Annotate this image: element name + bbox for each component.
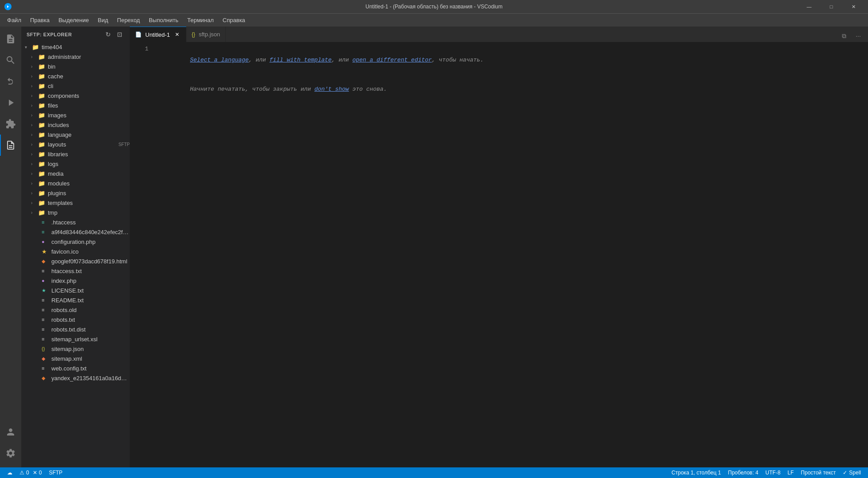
folder-icon: 📁	[38, 141, 46, 148]
editor-content[interactable]: 1 Select a language, или fill with templ…	[130, 42, 868, 467]
list-item[interactable]: › 📁 media	[21, 169, 130, 178]
refresh-button[interactable]: ↻	[103, 30, 113, 39]
list-item[interactable]: › 📁 files	[21, 100, 130, 110]
menu-edit[interactable]: Правка	[27, 15, 53, 25]
chevron-right-icon: ›	[31, 171, 38, 176]
tree-root-folder[interactable]: ▾ 📁 time404	[21, 42, 130, 52]
file-label: googlef0f073dacd678f19.html	[51, 258, 130, 265]
list-item[interactable]: › 📁 language	[21, 130, 130, 139]
extensions-activity-icon[interactable]	[0, 113, 21, 135]
no-arrow: ›	[35, 376, 42, 381]
list-item[interactable]: › ≡ robots.old	[21, 305, 130, 315]
tab-sftp-json[interactable]: {} sftp.json	[186, 27, 226, 42]
collapse-button[interactable]: ⊡	[115, 30, 124, 39]
list-item[interactable]: › ≡ web.config.txt	[21, 363, 130, 373]
list-item[interactable]: › 📁 bin	[21, 62, 130, 71]
chevron-down-icon: ▾	[25, 45, 32, 50]
menu-go[interactable]: Переход	[113, 15, 143, 25]
list-item[interactable]: › 📁 images	[21, 110, 130, 120]
folder-label: includes	[48, 122, 130, 128]
menu-run[interactable]: Выполнить	[145, 15, 182, 25]
file-label: sitemap.json	[51, 346, 130, 352]
menu-file[interactable]: Файл	[4, 15, 25, 25]
run-activity-icon[interactable]	[0, 92, 21, 113]
list-item[interactable]: › 📁 administrator	[21, 52, 130, 62]
spaces-status[interactable]: Пробелов: 4	[725, 467, 762, 478]
file-icon: ◆	[42, 375, 50, 381]
list-item[interactable]: › ◆ googlef0f073dacd678f19.html	[21, 256, 130, 266]
tab-untitled[interactable]: 📄 Untitled-1 ✕	[130, 27, 186, 42]
or-text-2: , или	[332, 57, 353, 63]
list-item[interactable]: › 📁 components	[21, 91, 130, 100]
maximize-button[interactable]: □	[821, 0, 841, 13]
settings-activity-icon[interactable]	[0, 443, 21, 464]
file-icon: ≡	[42, 229, 50, 235]
list-item[interactable]: › ◆ yandex_e21354161a0a16d7.html	[21, 373, 130, 383]
list-item[interactable]: › 📁 plugins	[21, 188, 130, 198]
file-icon: ◆	[42, 258, 50, 264]
list-item[interactable]: › ★ favicon.ico	[21, 247, 130, 256]
list-item[interactable]: › ≡ sitemap_urlset.xsl	[21, 334, 130, 344]
sftp-status[interactable]: SFTP	[45, 467, 66, 478]
no-arrow: ›	[35, 327, 42, 332]
list-item[interactable]: › 📁 cli	[21, 81, 130, 91]
cursor-position[interactable]: Строка 1, столбец 1	[668, 467, 724, 478]
list-item[interactable]: › ★ LICENSE.txt	[21, 285, 130, 295]
warnings-status[interactable]: ⚠ 0 ✕ 0	[16, 467, 45, 478]
list-item[interactable]: › 📁 logs	[21, 159, 130, 169]
menu-help[interactable]: Справка	[219, 15, 249, 25]
source-control-activity-icon[interactable]	[0, 71, 21, 92]
sidebar-title: SFTP: EXPLORER	[27, 32, 72, 37]
list-item[interactable]: › 📁 layouts SFTP	[21, 139, 130, 149]
list-item[interactable]: › ≡ .htaccess	[21, 217, 130, 227]
main-layout: SFTP: EXPLORER ↻ ⊡ ▾ 📁 time404 › 📁 admin…	[0, 27, 868, 467]
status-bar: ☁ ⚠ 0 ✕ 0 SFTP Строка 1, столбец 1 Пробе…	[0, 467, 868, 478]
language-mode-status[interactable]: Простой текст	[797, 467, 839, 478]
folder-icon: 📁	[38, 151, 46, 158]
or-text-1: , или	[249, 57, 270, 63]
search-activity-icon[interactable]	[0, 50, 21, 71]
list-item[interactable]: › ● configuration.php	[21, 237, 130, 247]
close-button[interactable]: ✕	[843, 0, 864, 13]
file-label: favicon.ico	[51, 248, 130, 255]
file-label: robots.txt	[51, 316, 130, 323]
list-item[interactable]: › ≡ a9f4d83446c840e242efec2f17ea...	[21, 227, 130, 237]
no-arrow: ›	[35, 269, 42, 274]
list-item[interactable]: › 📁 templates	[21, 198, 130, 208]
menu-view[interactable]: Вид	[94, 15, 112, 25]
json-tab-icon: {}	[192, 31, 195, 38]
menu-selection[interactable]: Выделение	[55, 15, 93, 25]
chevron-right-icon: ›	[31, 123, 38, 127]
list-item[interactable]: › 📁 modules	[21, 178, 130, 188]
list-item[interactable]: › ≡ robots.txt.dist	[21, 324, 130, 334]
list-item[interactable]: › ≡ htaccess.txt	[21, 266, 130, 276]
editor-area: 📄 Untitled-1 ✕ {} sftp.json ⧉ ··· 1 Sele…	[130, 27, 868, 467]
sftp-activity-icon[interactable]	[0, 135, 21, 156]
folder-icon: 📁	[38, 73, 46, 80]
minimize-button[interactable]: —	[799, 0, 819, 13]
menu-terminal[interactable]: Терминал	[184, 15, 217, 25]
eol-status[interactable]: LF	[784, 467, 797, 478]
explorer-activity-icon[interactable]	[0, 28, 21, 50]
folder-icon: 📁	[38, 200, 46, 206]
remote-status[interactable]: ☁	[4, 467, 16, 478]
list-item[interactable]: › 📁 libraries	[21, 149, 130, 159]
list-item[interactable]: › ≡ README.txt	[21, 295, 130, 305]
list-item[interactable]: › 📁 includes	[21, 120, 130, 130]
list-item[interactable]: › ● index.php	[21, 276, 130, 285]
list-item[interactable]: › 📁 cache	[21, 71, 130, 81]
spell-label: Spell	[849, 470, 861, 476]
list-item[interactable]: › {} sitemap.json	[21, 344, 130, 354]
list-item[interactable]: › ≡ robots.txt	[21, 315, 130, 324]
file-icon: ★	[42, 288, 50, 293]
split-editor-button[interactable]: ⧉	[838, 30, 850, 42]
editor-text-area[interactable]: Select a language, или fill with templat…	[152, 42, 868, 467]
more-actions-button[interactable]: ···	[852, 30, 864, 42]
list-item[interactable]: › 📁 tmp	[21, 208, 130, 217]
encoding-status[interactable]: UTF-8	[762, 467, 784, 478]
tab-close-button[interactable]: ✕	[174, 31, 181, 38]
chevron-right-icon: ›	[31, 181, 38, 186]
list-item[interactable]: › ◆ sitemap.xml	[21, 354, 130, 363]
account-activity-icon[interactable]	[0, 421, 21, 443]
spell-status[interactable]: ✓ Spell	[839, 467, 864, 478]
